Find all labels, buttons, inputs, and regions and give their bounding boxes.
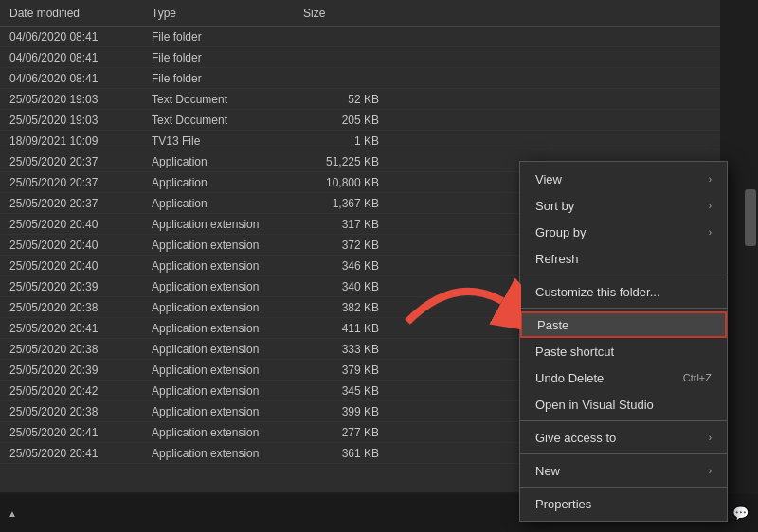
- cell-size: 277 KB: [303, 426, 398, 439]
- cell-size: 379 KB: [303, 364, 398, 377]
- cell-type: Application extension: [152, 280, 303, 293]
- cell-date: 25/05/2020 20:38: [0, 343, 152, 356]
- context-menu: View›Sort by›Group by›RefreshCustomize t…: [519, 161, 728, 522]
- menu-item-customize-this-folder[interactable]: Customize this folder...: [520, 278, 727, 305]
- cell-type: File folder: [152, 72, 303, 85]
- menu-item-label: Undo Delete: [535, 371, 604, 385]
- cell-size: 10,800 KB: [303, 176, 398, 189]
- cell-type: Application extension: [152, 447, 303, 460]
- cell-type: Application extension: [152, 364, 303, 377]
- menu-item-label: Group by: [535, 225, 586, 239]
- menu-item-label: Sort by: [535, 199, 574, 213]
- cell-size: 411 KB: [303, 322, 398, 335]
- cell-date: 25/05/2020 20:40: [0, 239, 152, 252]
- cell-date: 25/05/2020 20:37: [0, 176, 152, 189]
- cell-date: 25/05/2020 19:03: [0, 93, 152, 106]
- tray-chevron-icon[interactable]: ▲: [8, 508, 17, 519]
- cell-size: 346 KB: [303, 259, 398, 273]
- cell-size: 1 KB: [303, 134, 398, 148]
- menu-item-sort-by[interactable]: Sort by›: [520, 192, 727, 219]
- menu-item-undo-delete[interactable]: Undo DeleteCtrl+Z: [520, 364, 727, 391]
- menu-divider: [520, 453, 727, 454]
- cell-type: Application: [152, 197, 303, 210]
- cell-date: 25/05/2020 20:39: [0, 280, 152, 293]
- cell-date: 04/06/2020 08:41: [0, 72, 152, 85]
- cell-type: Application: [152, 155, 303, 168]
- cell-type: Application extension: [152, 384, 303, 398]
- cell-type: Application extension: [152, 218, 303, 231]
- table-row[interactable]: 04/06/2020 08:41File folder: [0, 47, 720, 68]
- cell-date: 25/05/2020 20:41: [0, 426, 152, 439]
- menu-divider: [520, 275, 727, 275]
- menu-item-label: Open in Visual Studio: [535, 398, 654, 412]
- cell-date: 18/09/2021 10:09: [0, 134, 152, 148]
- menu-item-paste[interactable]: Paste: [520, 311, 727, 338]
- menu-item-arrow-icon: ›: [709, 201, 712, 211]
- cell-type: File folder: [152, 30, 303, 44]
- table-row[interactable]: 04/06/2020 08:41File folder: [0, 68, 720, 89]
- menu-item-paste-shortcut[interactable]: Paste shortcut: [520, 338, 727, 364]
- menu-item-label: Paste: [537, 318, 568, 332]
- table-row[interactable]: 18/09/2021 10:09TV13 File1 KB: [0, 131, 720, 151]
- cell-size: 317 KB: [303, 218, 398, 231]
- menu-item-label: Properties: [535, 497, 591, 511]
- menu-item-label: Paste shortcut: [535, 345, 614, 359]
- scrollbar-thumb[interactable]: [745, 189, 756, 246]
- menu-divider: [520, 487, 727, 488]
- notification-icon[interactable]: 💬: [732, 505, 749, 521]
- menu-item-arrow-icon: ›: [709, 466, 712, 476]
- cell-size: 382 KB: [303, 301, 398, 314]
- cell-size: 361 KB: [303, 447, 398, 460]
- cell-size: 52 KB: [303, 93, 398, 106]
- cell-type: Application extension: [152, 322, 303, 335]
- cell-size: 340 KB: [303, 280, 398, 293]
- cell-type: Application extension: [152, 301, 303, 314]
- cell-size: 372 KB: [303, 239, 398, 252]
- menu-item-label: Customize this folder...: [535, 285, 660, 299]
- menu-item-new[interactable]: New›: [520, 457, 727, 484]
- menu-item-group-by[interactable]: Group by›: [520, 219, 727, 245]
- col-size-header[interactable]: Size: [303, 7, 398, 20]
- menu-item-give-access-to[interactable]: Give access to›: [520, 424, 727, 451]
- menu-divider: [520, 308, 727, 309]
- menu-item-label: Give access to: [535, 431, 616, 445]
- menu-item-view[interactable]: View›: [520, 166, 727, 192]
- cell-date: 25/05/2020 20:42: [0, 384, 152, 398]
- cell-size: 345 KB: [303, 384, 398, 398]
- menu-item-arrow-icon: ›: [709, 227, 712, 238]
- menu-item-refresh[interactable]: Refresh: [520, 245, 727, 272]
- col-type-header[interactable]: Type: [152, 7, 303, 20]
- cell-date: 25/05/2020 20:38: [0, 405, 152, 418]
- cell-type: TV13 File: [152, 134, 303, 148]
- cell-type: Application: [152, 176, 303, 189]
- cell-date: 04/06/2020 08:41: [0, 51, 152, 64]
- cell-type: File folder: [152, 51, 303, 64]
- scrollbar-track[interactable]: [743, 0, 758, 492]
- menu-item-label: New: [535, 464, 560, 478]
- table-row[interactable]: 25/05/2020 19:03Text Document52 KB: [0, 89, 720, 110]
- cell-date: 25/05/2020 20:37: [0, 197, 152, 210]
- cell-size: 51,225 KB: [303, 155, 398, 168]
- cell-type: Application extension: [152, 343, 303, 356]
- table-row[interactable]: 04/06/2020 08:41File folder: [0, 27, 720, 47]
- table-row[interactable]: 25/05/2020 19:03Text Document205 KB: [0, 110, 720, 131]
- menu-item-label: View: [535, 172, 562, 186]
- cell-type: Application extension: [152, 239, 303, 252]
- menu-item-label: Refresh: [535, 252, 579, 266]
- cell-type: Text Document: [152, 93, 303, 106]
- cell-type: Application extension: [152, 426, 303, 439]
- menu-item-shortcut: Ctrl+Z: [683, 372, 712, 383]
- cell-date: 25/05/2020 20:41: [0, 322, 152, 335]
- cell-size: 333 KB: [303, 343, 398, 356]
- col-date-header[interactable]: Date modified: [0, 7, 152, 20]
- cell-type: Text Document: [152, 114, 303, 127]
- cell-date: 04/06/2020 08:41: [0, 30, 152, 44]
- cell-date: 25/05/2020 20:38: [0, 301, 152, 314]
- cell-type: Application extension: [152, 405, 303, 418]
- cell-size: 1,367 KB: [303, 197, 398, 210]
- cell-date: 25/05/2020 19:03: [0, 114, 152, 127]
- menu-item-arrow-icon: ›: [709, 174, 712, 185]
- menu-item-properties[interactable]: Properties: [520, 490, 727, 517]
- cell-date: 25/05/2020 20:40: [0, 259, 152, 273]
- menu-item-open-in-visual-studio[interactable]: Open in Visual Studio: [520, 391, 727, 417]
